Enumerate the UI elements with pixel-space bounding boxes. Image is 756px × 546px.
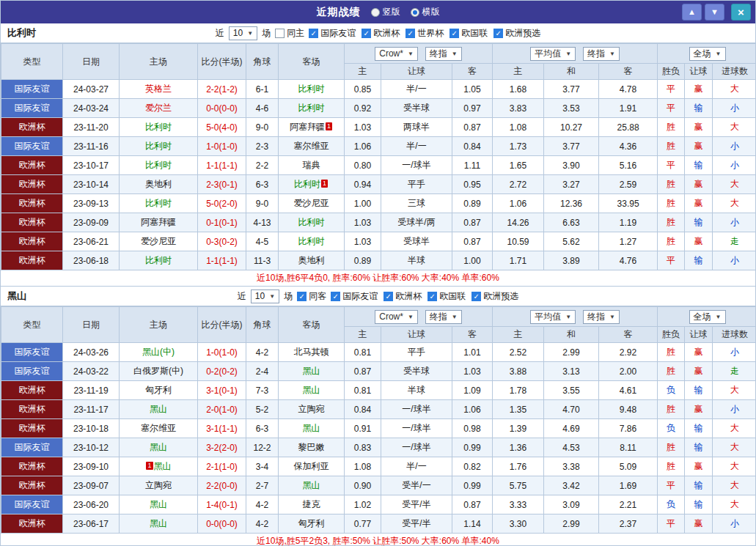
cell-away-team: 立陶宛 [279,400,345,419]
cell-result: 胜 [658,400,685,419]
cell-handicap-result: 输 [685,476,713,495]
scroll-down-button[interactable]: ▼ [705,4,724,21]
avg-source-select[interactable]: 平均值▼ [530,47,576,61]
cell-score: 5-0(4-0) [198,118,246,137]
match-row: 欧洲杯 23-11-20 比利时 5-0(4-0) 9-0 阿塞拜疆1 1.03… [1,118,756,137]
cell-odds-away: 1.09 [452,381,493,400]
cell-score: 3-1(0-1) [198,381,246,400]
cell-avg-away: 33.95 [599,194,658,213]
recent-count-select[interactable]: 10 ▼ [251,289,279,303]
cell-avg-draw: 4.53 [544,438,599,457]
home-team-name: 比利时 [145,122,172,132]
competition-checkbox[interactable]: 欧洲杯 [383,290,422,303]
cell-score: 1-1(1-1) [198,156,246,175]
odds-stage-select[interactable]: 终指▼ [425,47,462,61]
competition-checkbox[interactable]: 欧洲预选 [471,290,518,303]
cell-avg-away: 4.78 [599,80,658,99]
away-team-name: 比利时 [298,103,325,113]
cell-away-team: 爱沙尼亚 [279,194,345,213]
same-venue-checkbox[interactable]: 同主 [275,27,304,40]
scope-group-header: 全场▼ [658,307,756,327]
cell-avg-draw: 2.99 [544,343,599,362]
cell-avg-away: 2.92 [599,343,658,362]
cell-date: 23-09-13 [63,194,120,213]
competition-checkbox[interactable]: 国际友谊 [309,27,356,40]
avg-source-select[interactable]: 平均值▼ [530,310,576,324]
cell-score: 3-1(1-1) [198,419,246,438]
avg-stage-select[interactable]: 终指▼ [583,310,620,324]
away-team-name: 保加利亚 [294,461,329,471]
match-row: 国际友谊 24-03-26 黑山(中) 1-0(1-0) 4-2 北马其顿 0.… [1,343,756,362]
scope-select[interactable]: 全场▼ [689,47,726,61]
home-team-name: 黑山 [150,404,167,414]
cell-handicap-result: 赢 [685,362,713,381]
col-score: 比分(半场) [198,44,246,80]
cell-score: 2-3(0-1) [198,175,246,194]
cell-away-team: 比利时 [279,213,345,232]
cell-result: 负 [658,495,685,514]
competition-checkbox[interactable]: 世界杯 [405,27,444,40]
cell-odds-home: 0.94 [345,175,381,194]
scroll-up-button[interactable]: ▲ [682,4,702,21]
avg-stage-value: 终指 [587,311,605,323]
subcol-avg-home: 主 [493,64,544,80]
odds-stage-select[interactable]: 终指▼ [425,310,462,324]
cell-avg-away: 2.37 [599,514,658,534]
competition-checkbox[interactable]: 国际友谊 [331,290,378,303]
recent-count-select[interactable]: 10 ▼ [229,26,257,40]
cell-avg-home: 3.88 [493,362,544,381]
scope-select[interactable]: 全场▼ [689,310,726,324]
cell-odds-away: 0.89 [452,194,493,213]
checkbox-icon [493,29,503,38]
recent-label: 近 [216,27,224,40]
cell-competition: 欧洲杯 [1,381,63,400]
competition-checkbox[interactable]: 欧国联 [449,27,488,40]
cell-away-team: 黑山 [279,476,345,495]
cell-avg-draw: 3.89 [544,251,599,270]
cell-away-team: 黑山 [279,419,345,438]
cell-score: 3-2(2-0) [198,438,246,457]
up-arrow-icon: ▲ [688,8,696,16]
layout-radio-horizontal[interactable]: 横版 [411,6,440,18]
scope-group-header: 全场▼ [658,44,756,64]
cell-result: 平 [658,99,685,118]
cell-avg-away: 2.21 [599,495,658,514]
cell-handicap: 两球半 [381,118,452,137]
match-row: 国际友谊 24-03-27 英格兰 2-2(1-2) 6-1 比利时 0.85 … [1,80,756,99]
close-button[interactable]: × [731,4,751,21]
competition-checkbox[interactable]: 欧洲预选 [493,27,540,40]
cell-avg-home: 3.30 [493,514,544,534]
cell-result: 胜 [658,343,685,362]
odds-source-select[interactable]: Crow*▼ [375,47,418,61]
cell-goals-result: 大 [713,118,756,137]
cell-odds-home: 1.03 [345,232,381,251]
layout-radio-vertical[interactable]: 竖版 [371,6,400,18]
subcol-avg-draw: 和 [544,327,599,343]
avg-stage-select[interactable]: 终指▼ [583,47,620,61]
cell-home-team: 黑山 [120,514,198,534]
cell-date: 23-09-09 [63,213,120,232]
competition-checkbox[interactable]: 欧洲杯 [362,27,400,40]
cell-odds-away: 0.87 [452,213,493,232]
cell-avg-home: 2.52 [493,343,544,362]
home-team-name: 比利时 [145,141,172,151]
summary-text: 近10场,胜6平4负0, 胜率:60% 让胜率:60% 大率:40% 单率:60… [1,270,755,287]
games-label: 场 [262,27,271,40]
competition-checkbox[interactable]: 欧国联 [427,290,466,303]
cell-handicap-result: 赢 [685,175,713,194]
subcol-handicap-result: 让球 [685,64,713,80]
same-venue-checkbox[interactable]: 同客 [297,290,326,303]
cell-date: 23-11-17 [63,400,120,419]
cell-odds-home: 1.02 [345,495,381,514]
odds-source-select[interactable]: Crow*▼ [375,310,418,324]
away-team-name: 捷克 [303,499,320,509]
cell-competition: 欧洲杯 [1,419,63,438]
avg-source-value: 平均值 [535,48,561,60]
cell-odds-home: 0.90 [345,476,381,495]
cell-avg-draw: 3.53 [544,99,599,118]
cell-goals-result: 大 [713,194,756,213]
cell-odds-home: 1.06 [345,137,381,156]
cell-home-team: 1黑山 [120,457,198,476]
cell-avg-home: 1.76 [493,457,544,476]
checkbox-label: 欧国联 [439,290,466,303]
